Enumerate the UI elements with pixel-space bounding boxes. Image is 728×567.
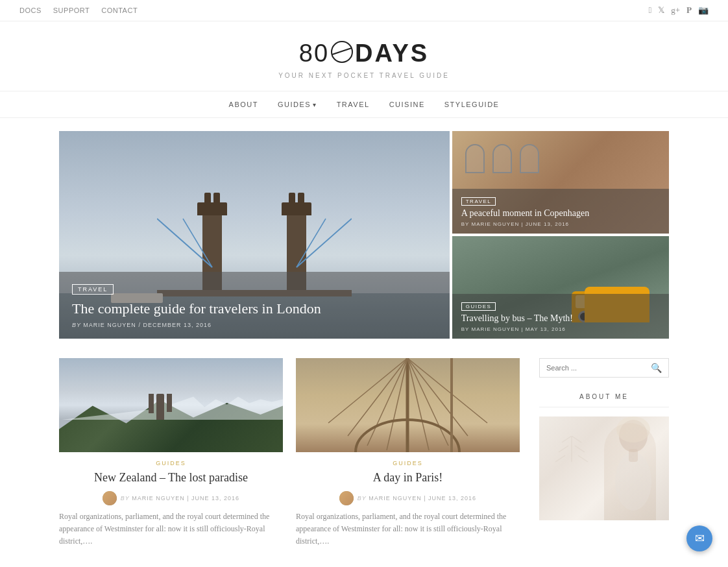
post-1-author: MARIE NGUYEN (132, 495, 185, 501)
post-2-title: A day in Paris! (296, 470, 520, 485)
hero-card-copenhagen[interactable]: TRAVEL A peaceful moment in Copenhagen b… (452, 131, 669, 234)
post-1-image (59, 358, 283, 452)
post-2-image (296, 358, 520, 452)
nav-cuisine[interactable]: CUISINE (389, 101, 425, 108)
post-2-thumbnail (296, 358, 520, 452)
nav-about[interactable]: ABOUT (229, 101, 258, 108)
svg-line-4 (297, 219, 352, 267)
post-2-author: MARIE NGUYEN (369, 495, 422, 501)
post-2-avatar-img (339, 491, 354, 505)
svg-line-9 (367, 358, 407, 446)
about-me-image (539, 416, 669, 520)
hero-card-1-overlay: TRAVEL A peaceful moment in Copenhagen b… (452, 189, 669, 234)
card-2-meta: by MARIE NGUYEN | MAY 13, 2016 (461, 326, 660, 332)
card-2-category: GUIDES (461, 302, 496, 311)
hero-category-badge: TRAVEL (72, 284, 114, 295)
svg-line-5 (297, 219, 326, 267)
svg-rect-19 (629, 449, 638, 462)
top-bar: DOCS SUPPORT CONTACT  𝕏 g+ 𝐏 📷 (0, 0, 728, 21)
search-input[interactable] (546, 364, 651, 372)
svg-line-1 (332, 48, 352, 54)
card-1-by: by (461, 221, 472, 227)
site-logo: 80 DAYS (0, 40, 728, 69)
arch-windows (465, 144, 539, 173)
content-area: GUIDES New Zealand – The lost paradise b… (40, 352, 688, 567)
hero-title: The complete guide for travelers in Lond… (72, 300, 437, 319)
logo-planet-icon (330, 40, 354, 69)
chat-button[interactable]: ✉ (686, 525, 712, 551)
guides-dropdown-icon: ▾ (313, 101, 317, 108)
post-1-category: GUIDES (59, 460, 283, 466)
logo-text: DAYS (355, 40, 429, 67)
hero-overlay: TRAVEL The complete guide for travelers … (59, 272, 450, 339)
main-nav: ABOUT GUIDES▾ TRAVEL CUISINE STYLEGUIDE (0, 91, 728, 118)
nav-travel[interactable]: TRAVEL (337, 101, 370, 108)
docs-link[interactable]: DOCS (19, 6, 42, 14)
top-bar-links: DOCS SUPPORT CONTACT (19, 6, 138, 14)
hero-by: by (72, 322, 83, 328)
nav-styleguide[interactable]: STYLEGUIDE (444, 101, 500, 108)
about-me-person-svg (585, 416, 662, 520)
sidebar: 🔍 ABOUT ME (539, 358, 669, 548)
hero-meta: by MARIE NGUYEN / DECEMBER 13, 2016 (72, 322, 437, 328)
support-link[interactable]: SUPPORT (53, 6, 90, 14)
card-1-category: TRAVEL (461, 197, 496, 206)
post-2-category: GUIDES (296, 460, 520, 466)
svg-line-2 (157, 219, 212, 267)
post-1-castle (149, 394, 172, 420)
card-1-meta: by MARIE NGUYEN | JUNE 13, 2016 (461, 221, 660, 227)
svg-line-3 (183, 219, 212, 267)
post-2-by: by (358, 495, 369, 501)
svg-point-18 (615, 452, 651, 511)
card-2-title: Travelling by bus – The Myth! (461, 313, 660, 324)
contact-link[interactable]: CONTACT (101, 6, 138, 14)
hero-author: MARIE NGUYEN (83, 322, 136, 328)
search-submit-button[interactable]: 🔍 (651, 363, 662, 373)
post-1-avatar-img (103, 491, 117, 505)
hero-right-column: TRAVEL A peaceful moment in Copenhagen b… (452, 131, 669, 339)
card-1-author: MARIE NGUYEN (471, 221, 519, 227)
svg-line-7 (328, 358, 407, 423)
search-box[interactable]: 🔍 (539, 358, 669, 378)
planet-svg (330, 40, 354, 64)
post-1-by: by (121, 495, 132, 501)
pinterest-icon[interactable]: 𝐏 (686, 5, 692, 16)
chat-icon: ✉ (695, 531, 705, 546)
post-2-bridge-svg (296, 358, 520, 452)
post-2-excerpt: Royal organizations, parliament, and the… (296, 511, 520, 548)
post-card-paris[interactable]: GUIDES A day in Paris! by MARIE NGUYEN |… (296, 358, 520, 548)
card-2-date: MAY 13, 2016 (526, 326, 566, 332)
post-1-author-row: by MARIE NGUYEN | JUNE 13, 2016 (59, 491, 283, 505)
nav-guides[interactable]: GUIDES▾ (278, 101, 317, 108)
post-1-thumbnail (59, 358, 283, 452)
post-1-avatar (103, 491, 117, 505)
logo-number: 80 (299, 40, 329, 67)
social-icons:  𝕏 g+ 𝐏 📷 (648, 5, 709, 16)
post-1-date: JUNE 13, 2016 (191, 495, 239, 501)
hero-card-2-overlay: GUIDES Travelling by bus – The Myth! by … (452, 294, 669, 339)
card-1-title: A peaceful moment in Copenhagen (461, 208, 660, 219)
posts-grid: GUIDES New Zealand – The lost paradise b… (59, 358, 520, 548)
card-2-author: MARIE NGUYEN (471, 326, 519, 332)
facebook-icon[interactable]:  (648, 5, 651, 16)
about-me-title: ABOUT ME (539, 393, 669, 407)
post-2-avatar (339, 491, 354, 505)
post-1-meta: by MARIE NGUYEN | JUNE 13, 2016 (121, 495, 239, 501)
card-2-by: by (461, 326, 472, 332)
instagram-icon[interactable]: 📷 (698, 5, 709, 16)
post-2-author-row: by MARIE NGUYEN | JUNE 13, 2016 (296, 491, 520, 505)
twitter-icon[interactable]: 𝕏 (658, 5, 664, 16)
post-1-excerpt: Royal organizations, parliament, and the… (59, 511, 283, 548)
hero-main-post[interactable]: TRAVEL The complete guide for travelers … (59, 131, 450, 339)
hero-card-bus[interactable]: GUIDES Travelling by bus – The Myth! by … (452, 236, 669, 339)
hero-section: TRAVEL The complete guide for travelers … (40, 118, 688, 352)
about-me-section: ABOUT ME (539, 393, 669, 520)
svg-point-17 (616, 416, 650, 442)
svg-line-13 (407, 358, 448, 446)
card-1-date: JUNE 13, 2016 (526, 221, 569, 227)
svg-line-11 (407, 358, 487, 423)
post-1-title: New Zealand – The lost paradise (59, 470, 283, 485)
post-2-meta: by MARIE NGUYEN | JUNE 13, 2016 (358, 495, 476, 501)
post-card-new-zealand[interactable]: GUIDES New Zealand – The lost paradise b… (59, 358, 283, 548)
google-plus-icon[interactable]: g+ (671, 5, 680, 16)
